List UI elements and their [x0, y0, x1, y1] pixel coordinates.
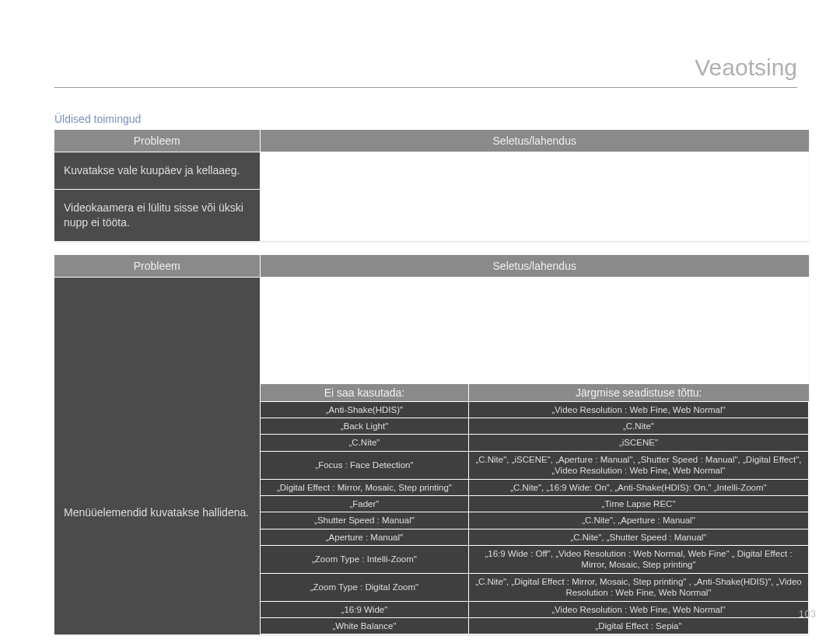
- table-row: „Anti-Shake(HDIS)"„Video Resolution : We…: [261, 401, 809, 418]
- table-row: „Focus : Face Detection"„C.Nite", „iSCEN…: [261, 451, 809, 479]
- th-solution-2: Seletus/lahendus: [260, 255, 809, 278]
- cell-because-of: „iSCENE": [468, 435, 808, 451]
- table-row: „16:9 Wide"„Video Resolution : Web Fine,…: [261, 601, 809, 617]
- cannot-use-table: Ei saa kasutada: Järgmise seadistuse tõt…: [260, 383, 809, 635]
- table-row: Kuvatakse vale kuupäev ja kellaaeg.: [54, 152, 809, 190]
- table-row: „White Balance"„Digital Effect : Sepia": [261, 617, 809, 634]
- th-problem-1: Probleem: [54, 130, 260, 152]
- th-problem-2: Probleem: [54, 255, 260, 278]
- table-row: Menüüelemendid kuvatakse hallidena. Ei s…: [54, 277, 809, 634]
- table-row: „Zoom Type : Digital Zoom"„C.Nite", „Dig…: [261, 573, 809, 601]
- table-row: „Shutter Speed : Manual"„C.Nite", „Apert…: [261, 512, 809, 529]
- cell-cannot-use: „Focus : Face Detection": [261, 451, 469, 479]
- general-actions-table: Probleem Seletus/lahendus Kuvatakse vale…: [54, 130, 809, 241]
- cell-because-of: „Time Lapse REC": [468, 495, 808, 512]
- cell-cannot-use: „Anti-Shake(HDIS)": [261, 401, 469, 418]
- cell-cannot-use: „Aperture : Manual": [261, 529, 469, 545]
- cell-solution-menu: Ei saa kasutada: Järgmise seadistuse tõt…: [260, 277, 809, 634]
- section-heading-general: Üldised toimingud: [54, 113, 809, 125]
- cell-cannot-use: „Back Light": [261, 418, 469, 435]
- menu-greyed-table: Probleem Seletus/lahendus Menüüelemendid…: [54, 255, 809, 635]
- cell-because-of: „Video Resolution : Web Fine, Web Normal…: [468, 601, 808, 617]
- table-row: „Aperture : Manual"„C.Nite", „Shutter Sp…: [261, 529, 809, 545]
- cell-cannot-use: „C.Nite": [261, 435, 469, 451]
- cell-problem: Videokaamera ei lülitu sisse või ükski n…: [54, 189, 260, 240]
- cell-because-of: „C.Nite", „16:9 Wide: On", „Anti-Shake(H…: [468, 479, 808, 495]
- cell-cannot-use: „Zoom Type : Digital Zoom": [261, 573, 469, 601]
- cell-because-of: „C.Nite": [468, 418, 808, 435]
- th-solution-1: Seletus/lahendus: [260, 130, 809, 152]
- cell-problem: Kuvatakse vale kuupäev ja kellaaeg.: [54, 152, 260, 190]
- th-cannot-use: Ei saa kasutada:: [261, 383, 469, 401]
- cell-cannot-use: „Zoom Type : Intelli-Zoom": [261, 546, 469, 574]
- cell-solution: [260, 152, 809, 190]
- cell-problem-menu: Menüüelemendid kuvatakse hallidena.: [54, 277, 260, 634]
- cell-because-of: „C.Nite", „Aperture : Manual": [468, 512, 808, 529]
- table-row: „Zoom Type : Intelli-Zoom"„16:9 Wide : O…: [261, 546, 809, 574]
- cell-cannot-use: „Digital Effect : Mirror, Mosaic, Step p…: [261, 479, 469, 495]
- cell-cannot-use: „16:9 Wide": [261, 601, 469, 617]
- cell-because-of: „16:9 Wide : Off", „Video Resolution : W…: [468, 546, 808, 574]
- page-title: Veaotsing: [695, 54, 797, 81]
- page-number: 103: [799, 609, 817, 620]
- table-row: „Back Light"„C.Nite": [261, 418, 809, 435]
- cell-because-of: „C.Nite", „Digital Effect : Mirror, Mosa…: [468, 573, 808, 601]
- page-root: Veaotsing Üldised toimingud Probleem Sel…: [0, 0, 840, 643]
- cell-because-of: „Video Resolution : Web Fine, Web Normal…: [468, 401, 808, 418]
- cell-because-of: „C.Nite", „Shutter Speed : Manual": [468, 529, 808, 545]
- cell-cannot-use: „Shutter Speed : Manual": [261, 512, 469, 529]
- table-row: „C.Nite"„iSCENE": [261, 435, 809, 451]
- table-row: Videokaamera ei lülitu sisse või ükski n…: [54, 189, 809, 240]
- cell-because-of: „Digital Effect : Sepia": [468, 617, 808, 634]
- inner-table-wrap: Ei saa kasutada: Järgmise seadistuse tõt…: [260, 379, 809, 635]
- cell-cannot-use: „White Balance": [261, 617, 469, 634]
- table-row: „Fader"„Time Lapse REC": [261, 495, 809, 512]
- cell-cannot-use: „Fader": [261, 495, 469, 512]
- table-row: „Digital Effect : Mirror, Mosaic, Step p…: [261, 479, 809, 495]
- cell-because-of: „C.Nite", „iSCENE", „Aperture : Manual",…: [468, 451, 808, 479]
- th-because-of: Järgmise seadistuse tõttu:: [468, 383, 808, 401]
- cell-solution: [260, 189, 809, 240]
- top-rule: [54, 87, 797, 88]
